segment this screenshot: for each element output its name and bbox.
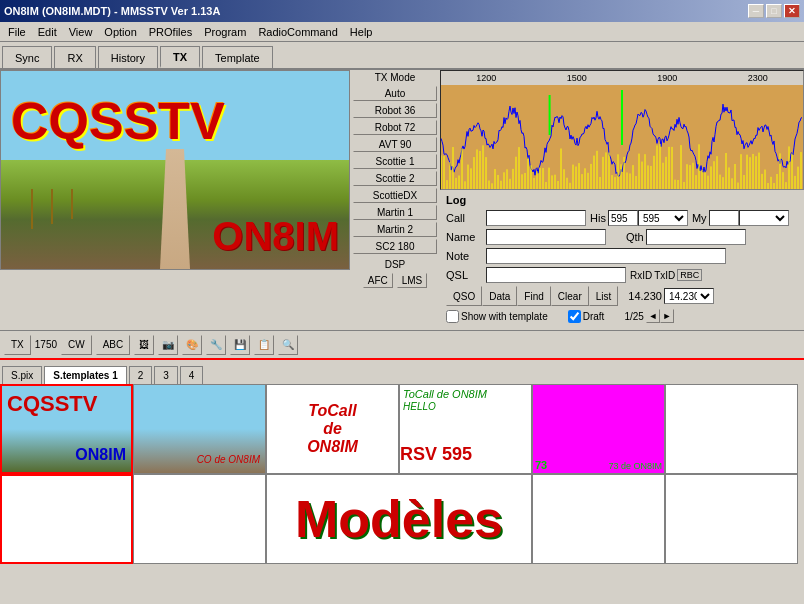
note-input[interactable] — [486, 248, 726, 264]
fence-post — [31, 189, 33, 229]
menu-view[interactable]: View — [63, 25, 99, 39]
tab-spix[interactable]: S.pix — [2, 366, 42, 384]
icon-btn-7[interactable]: 🔍 — [278, 335, 298, 355]
abc-button[interactable]: ABC — [96, 335, 131, 355]
show-template-checkbox[interactable] — [446, 310, 459, 323]
mode-robot72[interactable]: Robot 72 — [353, 120, 437, 135]
mode-sc2180[interactable]: SC2 180 — [353, 239, 437, 254]
tx-mode-label: TX Mode — [352, 72, 438, 83]
tab-history[interactable]: History — [98, 46, 158, 68]
spectrum-scale: 1200 1500 1900 2300 — [441, 71, 803, 85]
qsl-label: QSL — [446, 269, 486, 281]
my-select[interactable] — [739, 210, 789, 226]
template-4-bg: ToCall de ON8IMHELLO RSV 595 — [400, 385, 531, 473]
tab-template[interactable]: Template — [202, 46, 273, 68]
mode-scottiedx[interactable]: ScottieDX — [353, 188, 437, 203]
qth-input[interactable] — [646, 229, 746, 245]
scale-1900: 1900 — [657, 73, 677, 83]
fence-post — [71, 189, 73, 219]
menu-option[interactable]: Option — [98, 25, 142, 39]
image-area: ON8IM MMSSTV Ver 1.13 CQSSTV ON8IM — [0, 70, 350, 270]
mode-martin1[interactable]: Martin 1 — [353, 205, 437, 220]
bottom-strip: TX 1750 CW ABC 🖼 📷 🎨 🔧 💾 📋 🔍 — [0, 330, 804, 358]
icon-btn-5[interactable]: 💾 — [230, 335, 250, 355]
icon-btn-1[interactable]: 🖼 — [134, 335, 154, 355]
template-cell-8[interactable] — [133, 474, 266, 564]
mode-scottie1[interactable]: Scottie 1 — [353, 154, 437, 169]
list-button[interactable]: List — [589, 286, 619, 306]
template-tabs: S.pix S.templates 1 2 3 4 — [0, 360, 804, 384]
menu-profiles[interactable]: PROfiles — [143, 25, 198, 39]
template-cell-1[interactable]: CQSSTV ON8IM — [0, 384, 133, 474]
name-input[interactable] — [486, 229, 606, 245]
tab-3[interactable]: 3 — [154, 366, 178, 384]
menu-file[interactable]: File — [2, 25, 32, 39]
mode-avt90[interactable]: AVT 90 — [353, 137, 437, 152]
icon-btn-6[interactable]: 📋 — [254, 335, 274, 355]
txid-label: TxID — [654, 270, 675, 281]
log-row-qsl: QSL RxID TxID RBC — [446, 267, 798, 283]
minimize-button[interactable]: ─ — [748, 4, 764, 18]
my-input[interactable] — [709, 210, 739, 226]
template-cell-4[interactable]: ToCall de ON8IMHELLO RSV 595 — [399, 384, 532, 474]
find-button[interactable]: Find — [517, 286, 550, 306]
template-cell-9[interactable] — [532, 474, 665, 564]
callsign-image-text: ON8IM — [212, 214, 339, 259]
icon-btn-2[interactable]: 📷 — [158, 335, 178, 355]
mode-auto[interactable]: Auto — [353, 86, 437, 101]
template-1-bg: CQSSTV ON8IM — [2, 386, 131, 472]
cw-button[interactable]: CW — [61, 335, 92, 355]
icon-btn-4[interactable]: 🔧 — [206, 335, 226, 355]
templates-section: S.pix S.templates 1 2 3 4 CQSSTV ON8IM C… — [0, 358, 804, 564]
content-area: ON8IM MMSSTV Ver 1.13 CQSSTV ON8IM TX Mo… — [0, 70, 804, 330]
menu-program[interactable]: Program — [198, 25, 252, 39]
template-cell-10[interactable] — [665, 474, 798, 564]
close-button[interactable]: ✕ — [784, 4, 800, 18]
maximize-button[interactable]: □ — [766, 4, 782, 18]
freq-select[interactable]: 14.230 — [664, 288, 714, 304]
template-5-number: 73 — [535, 459, 547, 471]
tab-4[interactable]: 4 — [180, 366, 204, 384]
template-5-magenta: 73 73 de ON8IM — [533, 385, 664, 473]
template-cell-2[interactable]: CO de ON8IM — [133, 384, 266, 474]
fence-post — [51, 189, 53, 224]
tx-button[interactable]: TX — [4, 335, 31, 355]
tab-sync[interactable]: Sync — [2, 46, 52, 68]
tab-tx[interactable]: TX — [160, 46, 200, 68]
spectrum-area: 1200 1500 1900 2300 — [440, 70, 804, 190]
tab-2[interactable]: 2 — [129, 366, 153, 384]
template-cell-5[interactable]: 73 73 de ON8IM — [532, 384, 665, 474]
log-bottom-row: Show with template Draft 1/25 ◄ ► — [446, 309, 798, 323]
tab-rx[interactable]: RX — [54, 46, 95, 68]
next-page-button[interactable]: ► — [660, 309, 674, 323]
draft-checkbox[interactable] — [568, 310, 581, 323]
template-4-header: ToCall de ON8IMHELLO — [403, 388, 487, 412]
menu-radiocommand[interactable]: RadioCommand — [252, 25, 343, 39]
his-input[interactable] — [608, 210, 638, 226]
prev-page-button[interactable]: ◄ — [646, 309, 660, 323]
icon-btn-3[interactable]: 🎨 — [182, 335, 202, 355]
qsl-input[interactable] — [486, 267, 626, 283]
menu-edit[interactable]: Edit — [32, 25, 63, 39]
mode-martin2[interactable]: Martin 2 — [353, 222, 437, 237]
data-button[interactable]: Data — [482, 286, 517, 306]
log-row-call: Call His 595 My — [446, 210, 798, 226]
call-input[interactable] — [486, 210, 586, 226]
cqsstv-image-text: CQSSTV — [11, 91, 225, 151]
draft-label: Draft — [583, 311, 605, 322]
qso-button[interactable]: QSO — [446, 286, 482, 306]
log-row-note: Note — [446, 248, 798, 264]
template-cell-7[interactable] — [0, 474, 133, 564]
template-3-text: ToCalldeON8IM — [307, 402, 358, 456]
his-select[interactable]: 595 — [638, 210, 688, 226]
mode-robot36[interactable]: Robot 36 — [353, 103, 437, 118]
menu-help[interactable]: Help — [344, 25, 379, 39]
template-2-co: CO de ON8IM — [197, 454, 260, 465]
clear-button[interactable]: Clear — [551, 286, 589, 306]
mode-scottie2[interactable]: Scottie 2 — [353, 171, 437, 186]
template-cell-3[interactable]: ToCalldeON8IM — [266, 384, 399, 474]
template-cell-6[interactable] — [665, 384, 798, 474]
dsp-lms[interactable]: LMS — [397, 273, 428, 288]
tab-stemplates1[interactable]: S.templates 1 — [44, 366, 126, 384]
dsp-afc[interactable]: AFC — [363, 273, 393, 288]
